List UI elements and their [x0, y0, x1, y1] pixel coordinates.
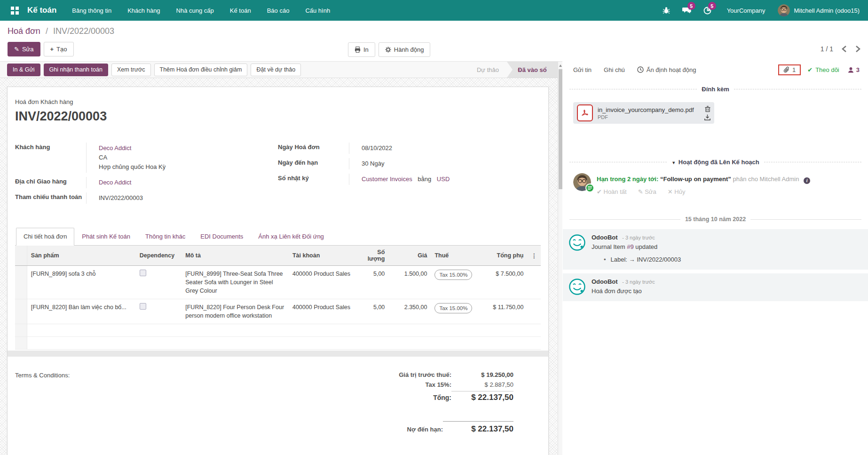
journal-item-link[interactable]: #9: [627, 243, 633, 250]
journal-value: Customer Invoices bằng USD: [349, 174, 450, 185]
debug-button[interactable]: [657, 0, 675, 21]
tab-invoice-lines[interactable]: Chi tiết hoá đơn: [16, 228, 74, 246]
row-handle[interactable]: [15, 299, 27, 324]
tab-counterpart-mapping[interactable]: Ánh xạ Liên kết Đối ứng: [251, 228, 331, 245]
right-field-group: Ngày Hoá đơn 08/10/2022 Ngày đến hạn 30 …: [278, 143, 541, 208]
attachment-type: PDF: [598, 114, 700, 120]
nav-item-vendors[interactable]: Nhà cung cấp: [169, 0, 221, 21]
company-switcher[interactable]: YourCompany: [719, 7, 773, 14]
odoobot-avatar: [568, 234, 586, 251]
stage-posted[interactable]: Đã vào sổ: [507, 62, 558, 78]
attachments-title[interactable]: Đính kèm: [702, 86, 729, 93]
row-handle[interactable]: [15, 266, 27, 299]
pager-previous-button[interactable]: [842, 46, 847, 52]
tab-edi-documents[interactable]: EDI Documents: [193, 228, 251, 245]
activities-button[interactable]: 5: [699, 0, 717, 21]
left-field-group: Khách hàng Deco Addict CA Hợp chủng quốc…: [15, 143, 278, 208]
planned-activities-title[interactable]: ▼ Hoạt động đã Lên Kế hoạch: [671, 159, 759, 166]
app-brand[interactable]: Kế toán: [24, 6, 63, 15]
activity-done-button[interactable]: ✔ Hoàn tất: [597, 188, 627, 195]
dependency-checkbox[interactable]: [140, 270, 146, 276]
dependency-column-header[interactable]: Dependency: [136, 246, 181, 266]
attachment-filename[interactable]: in_invoice_yourcompany_demo.pdf: [598, 106, 700, 113]
nav-item-dashboard[interactable]: Bảng thông tin: [65, 0, 118, 21]
customer-link[interactable]: Deco Addict: [99, 144, 131, 152]
download-attachment-button[interactable]: [704, 114, 710, 120]
schedule-activity-button[interactable]: Ấn định hoạt động: [637, 66, 696, 73]
register-payment-button[interactable]: Ghi nhận thanh toán: [44, 64, 108, 76]
activity-edit-button[interactable]: ✎ Sửa: [638, 188, 656, 195]
subtotal-column-header[interactable]: Tổng phụ: [483, 246, 527, 266]
untaxed-amount-value: $ 19.250,00: [451, 371, 513, 378]
scrollbar-thumb[interactable]: [559, 69, 562, 189]
tax-column-header[interactable]: Thuế: [431, 246, 483, 266]
edit-button[interactable]: ✎ Sửa: [8, 42, 40, 56]
scrollbar-up-arrow[interactable]: [559, 64, 562, 68]
check-icon: ✔: [807, 66, 813, 73]
tax-tag: Tax 15.00%: [434, 303, 472, 313]
breadcrumb-parent[interactable]: Hoá đơn: [8, 26, 40, 36]
due-date-label: Ngày đến hạn: [278, 158, 349, 169]
invoice-sheet: Hoá đơn Khách hàng INV/2022/00003 Khách …: [7, 87, 549, 455]
message-author[interactable]: OdooBot: [592, 234, 618, 241]
product-column-header[interactable]: Sản phẩm: [27, 246, 135, 266]
description-column-header[interactable]: Mô tả: [181, 246, 289, 266]
quantity-column-header[interactable]: Số lượng: [356, 246, 389, 266]
attachment-card[interactable]: in_invoice_yourcompany_demo.pdf PDF: [573, 102, 714, 124]
chevron-right-icon: [855, 46, 860, 52]
delete-attachment-button[interactable]: [705, 106, 710, 112]
messages-button[interactable]: 5: [678, 0, 696, 21]
invoice-type-label: Hoá đơn Khách hàng: [15, 98, 541, 105]
activity-cancel-button[interactable]: ✕ Hủy: [668, 188, 686, 195]
notebook-tabs: Chi tiết hoá đơn Phát sinh Kế toán Thông…: [15, 228, 541, 246]
nav-item-settings[interactable]: Cấu hình: [298, 0, 337, 21]
message-author[interactable]: OdooBot: [592, 278, 618, 285]
follow-button[interactable]: ✔ Theo dõi: [807, 66, 839, 73]
nav-right: 5 5 YourCompany: [657, 0, 861, 21]
account-column-header[interactable]: Tài khoản: [289, 246, 356, 266]
print-button[interactable]: In: [348, 42, 375, 57]
cell-product: [FURN_8999] sofa 3 chỗ: [27, 266, 135, 299]
attachments-button-highlighted[interactable]: 1: [778, 64, 801, 75]
user-menu[interactable]: Mitchell Admin (odoo15): [776, 4, 861, 16]
followers-button[interactable]: 3: [848, 66, 860, 73]
terms-label[interactable]: Terms & Conditions:: [15, 370, 325, 435]
apps-menu-button[interactable]: [7, 2, 23, 18]
tab-journal-items[interactable]: Phát sinh Kế toán: [74, 228, 138, 245]
info-icon[interactable]: i: [804, 177, 810, 184]
optional-columns-button[interactable]: ⋮: [527, 246, 541, 266]
pager-next-button[interactable]: [855, 46, 860, 52]
journal-label: Sổ nhật ký: [278, 174, 349, 185]
date-separator: 15 tháng 10 năm 2022: [563, 216, 868, 223]
vertical-scrollbar[interactable]: [558, 62, 562, 455]
control-bar: Hoá đơn / INV/2022/00003 ✎ Sửa + Tạo In: [0, 21, 868, 61]
delivery-address-link[interactable]: Deco Addict: [99, 179, 131, 186]
nav-item-accounting[interactable]: Kế toán: [223, 0, 258, 21]
pager: 1 / 1: [821, 45, 860, 53]
preview-button[interactable]: Xem trước: [111, 64, 151, 76]
table-row[interactable]: [FURN_8220] Bàn làm việc cho bố... [FURN…: [15, 299, 541, 324]
handle-column-header: [15, 246, 27, 266]
journal-currency-link[interactable]: USD: [437, 176, 450, 183]
create-button[interactable]: + Tạo: [44, 42, 74, 56]
nav-item-reports[interactable]: Báo cáo: [260, 0, 297, 21]
message-content: OdooBot - 3 ngày trước Journal Item #9 u…: [592, 234, 681, 264]
tab-other-info[interactable]: Thông tin khác: [138, 228, 193, 245]
log-note-button[interactable]: Ghi chú: [604, 66, 625, 73]
dependency-checkbox[interactable]: [140, 303, 146, 310]
table-row[interactable]: [FURN_8999] sofa 3 chỗ [FURN_8999] Three…: [15, 266, 541, 299]
customer-label: Khách hàng: [15, 143, 87, 173]
table-bottom-band: [8, 351, 548, 357]
send-message-button[interactable]: Gửi tin: [573, 66, 592, 73]
journal-link[interactable]: Customer Invoices: [362, 176, 412, 183]
cell-price: 1.500,00: [388, 266, 431, 299]
reset-to-draft-button[interactable]: Đặt về dự thảo: [251, 64, 301, 76]
stage-draft[interactable]: Dự thảo: [472, 62, 504, 78]
send-and-print-button[interactable]: In & Gửi: [7, 64, 40, 76]
price-column-header[interactable]: Giá: [388, 246, 431, 266]
action-menu-button[interactable]: Hành động: [379, 42, 431, 57]
nav-item-customers[interactable]: Khách hàng: [120, 0, 167, 21]
followers-count: 3: [856, 66, 860, 73]
total-label: Tổng:: [433, 394, 451, 401]
add-credit-note-button[interactable]: Thêm Hoá đơn điều chỉnh giảm: [154, 64, 248, 76]
